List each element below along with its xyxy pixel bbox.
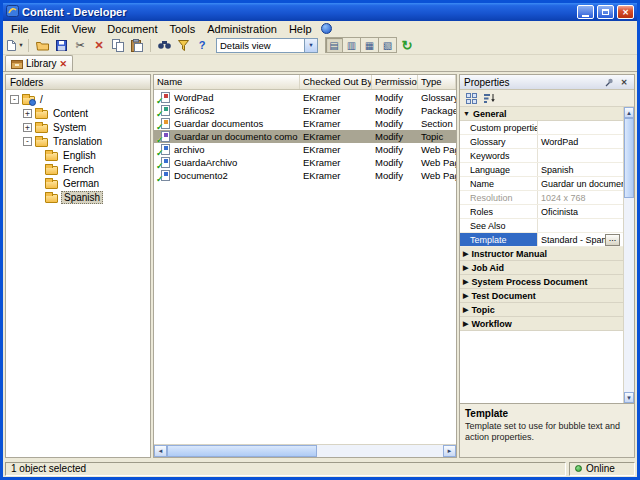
paste-icon [131,39,143,52]
scroll-thumb[interactable] [624,118,634,198]
property-row-see-also[interactable]: See Also [460,219,623,233]
toolbar-separator [28,39,29,52]
tree-item-english[interactable]: English [6,148,150,162]
category-test-document[interactable]: ▶ Test Document [460,289,623,303]
tab-library[interactable]: Library ✕ [5,55,73,71]
scissors-icon: ✂ [75,39,84,52]
horizontal-scrollbar[interactable]: ◄ ► [154,444,456,457]
menu-item-help[interactable]: Help [283,23,318,35]
copy-icon [112,39,124,52]
category-job-aid[interactable]: ▶ Job Aid [460,261,623,275]
menu-item-administration[interactable]: Administration [201,23,283,35]
tiles-view-button[interactable]: ▧ [379,37,397,53]
tree-item-root[interactable]: - / [6,92,150,106]
file-row[interactable]: ✓Gráficos2 EKramer Modify Package [154,104,456,117]
scroll-thumb[interactable] [167,445,317,457]
property-row-name[interactable]: Name Guardar un documento com... [460,177,623,191]
category-general[interactable]: ▼ General [460,107,623,121]
category-system-process-document[interactable]: ▶ System Process Document [460,275,623,289]
scroll-down-button[interactable]: ▼ [624,392,634,403]
menu-item-view[interactable]: View [66,23,102,35]
save-icon [56,40,67,51]
maximize-button[interactable] [597,5,614,19]
delete-button[interactable]: ✕ [90,37,108,53]
tree-item-system[interactable]: + System [6,120,150,134]
details-view-button[interactable]: ▤ [325,37,343,53]
property-row-resolution[interactable]: Resolution 1024 x 768 [460,191,623,205]
info-ball-icon[interactable] [321,23,332,34]
folder-icon [35,138,48,147]
category-instructor-manual[interactable]: ▶ Instructor Manual [460,247,623,261]
refresh-button[interactable]: ↻ [398,37,416,53]
list-view-button[interactable]: ▥ [343,37,361,53]
column-header-permission[interactable]: Permission [372,75,418,89]
property-row-keywords[interactable]: Keywords [460,149,623,163]
category-closed-icon: ▶ [463,320,468,328]
tree-item-content[interactable]: + Content [6,106,150,120]
menu-item-edit[interactable]: Edit [35,23,66,35]
categorized-view-button[interactable] [463,91,479,105]
file-row-selected[interactable]: ✓Guardar un documento como archivo nuevo… [154,130,456,143]
close-button[interactable]: ✕ [617,5,634,19]
scroll-track[interactable] [624,198,634,392]
tab-close-icon[interactable]: ✕ [60,59,68,69]
save-button[interactable] [52,37,70,53]
file-row[interactable]: ✓archivo EKramer Modify Web Page [154,143,456,156]
new-document-button[interactable]: ▼ [6,37,24,53]
collapse-expander-icon[interactable]: - [10,95,19,104]
file-row[interactable]: ✓GuardaArchivo EKramer Modify Web Page [154,156,456,169]
category-workflow[interactable]: ▶ Workflow [460,317,623,331]
binoculars-icon [158,40,171,50]
column-header-name[interactable]: Name [154,75,300,89]
package-document-icon: ✓ [157,105,171,117]
pin-icon[interactable] [603,76,615,88]
template-browse-button[interactable]: ... [605,234,620,246]
property-row-roles[interactable]: Roles Oficinista [460,205,623,219]
property-description-text: Template set to use for bubble text and … [465,421,629,444]
icons-view-icon: ▦ [365,40,374,51]
property-row-template[interactable]: Template Standard - Spanish ... [460,233,623,247]
open-button[interactable] [33,37,51,53]
scroll-up-button[interactable]: ▲ [624,107,634,118]
property-row-glossary[interactable]: Glossary WordPad [460,135,623,149]
file-row[interactable]: ✓Guardar documentos EKramer Modify Secti… [154,117,456,130]
property-row-language[interactable]: Language Spanish [460,163,623,177]
main-content: Folders - / + Content + System [3,72,637,460]
menu-item-document[interactable]: Document [101,23,163,35]
tree-item-german[interactable]: German [6,176,150,190]
vertical-scrollbar[interactable]: ▲ ▼ [623,107,634,403]
paste-button[interactable] [128,37,146,53]
icons-view-button[interactable]: ▦ [361,37,379,53]
collapse-expander-icon[interactable]: - [23,137,32,146]
tree-item-french[interactable]: French [6,162,150,176]
sort-alphabetical-button[interactable] [482,91,498,105]
folders-title: Folders [10,77,43,88]
title-bar[interactable]: Content - Developer ✕ [3,3,637,21]
help-button[interactable]: ? [193,37,211,53]
scroll-left-button[interactable]: ◄ [154,445,167,457]
expand-expander-icon[interactable]: + [23,109,32,118]
find-button[interactable] [155,37,173,53]
menu-item-tools[interactable]: Tools [164,23,202,35]
web-page-document-icon: ✓ [157,157,171,169]
property-row-custom-properties[interactable]: Custom properties [460,121,623,135]
scroll-right-button[interactable]: ► [443,445,456,457]
category-topic[interactable]: ▶ Topic [460,303,623,317]
menu-item-file[interactable]: File [5,23,35,35]
view-mode-select[interactable]: Details view ▼ [216,38,318,53]
tree-item-spanish[interactable]: Spanish [6,190,150,204]
column-header-checked-out-by[interactable]: Checked Out By [300,75,372,89]
column-header-type[interactable]: Type [418,75,456,89]
minimize-button[interactable] [577,5,594,19]
file-row[interactable]: ✓Documento2 EKramer Modify Web Page [154,169,456,182]
tab-strip: Library ✕ [3,55,637,72]
file-row[interactable]: ✓WordPad EKramer Modify Glossary [154,91,456,104]
tree-item-translation[interactable]: - Translation [6,134,150,148]
status-bar: 1 object selected Online [3,460,637,477]
close-panel-icon[interactable]: ✕ [618,76,630,88]
cut-button[interactable]: ✂ [71,37,89,53]
scroll-track[interactable] [317,445,443,457]
filter-button[interactable] [174,37,192,53]
copy-button[interactable] [109,37,127,53]
expand-expander-icon[interactable]: + [23,123,32,132]
